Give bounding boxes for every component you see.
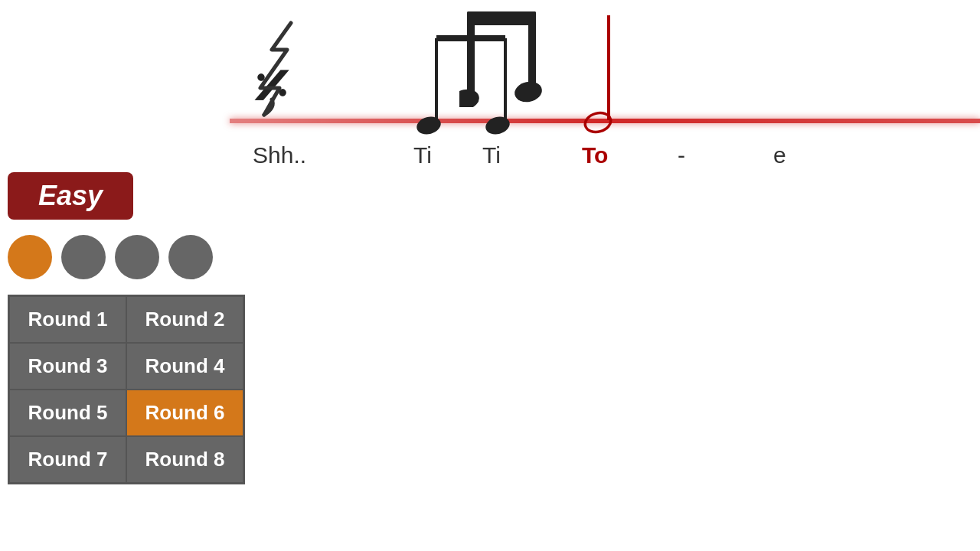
dot-4[interactable] xyxy=(168,235,213,279)
syllable-dash: - xyxy=(678,142,685,168)
svg-point-11 xyxy=(459,87,481,107)
rounds-grid: Round 1 Round 2 Round 3 Round 4 Round 5 … xyxy=(8,295,245,484)
round-7-button[interactable]: Round 7 xyxy=(9,436,126,483)
music-note-decoration xyxy=(459,8,551,110)
svg-rect-10 xyxy=(467,11,536,25)
difficulty-button[interactable]: Easy xyxy=(8,172,133,220)
syllable-to: To xyxy=(582,142,608,168)
svg-point-2 xyxy=(415,114,443,137)
left-panel: Easy Round 1 Round 2 Round 3 Round 4 Rou… xyxy=(8,172,245,484)
round-6-button[interactable]: Round 6 xyxy=(126,390,243,436)
syllable-e: e xyxy=(773,142,786,168)
syllable-ti-2: Ti xyxy=(482,142,501,168)
syllable-shh: Shh.. xyxy=(253,142,306,168)
quarter-rest-icon xyxy=(253,15,306,133)
syllable-ti-1: Ti xyxy=(413,142,432,168)
round-1-button[interactable]: Round 1 xyxy=(9,296,126,343)
round-3-button[interactable]: Round 3 xyxy=(9,343,126,390)
dot-3[interactable] xyxy=(115,235,159,279)
round-2-button[interactable]: Round 2 xyxy=(126,296,243,343)
svg-point-12 xyxy=(513,80,544,105)
round-8-button[interactable]: Round 8 xyxy=(126,436,243,483)
dot-1[interactable] xyxy=(8,235,52,279)
round-5-button[interactable]: Round 5 xyxy=(9,390,126,436)
dot-2[interactable] xyxy=(61,235,106,279)
dots-row xyxy=(8,235,245,279)
difficulty-label: Easy xyxy=(38,180,103,211)
round-4-button[interactable]: Round 4 xyxy=(126,343,243,390)
music-notation-area: 𝄎 Shh.. Ti Ti To - e xyxy=(230,0,980,176)
svg-point-4 xyxy=(484,114,512,137)
